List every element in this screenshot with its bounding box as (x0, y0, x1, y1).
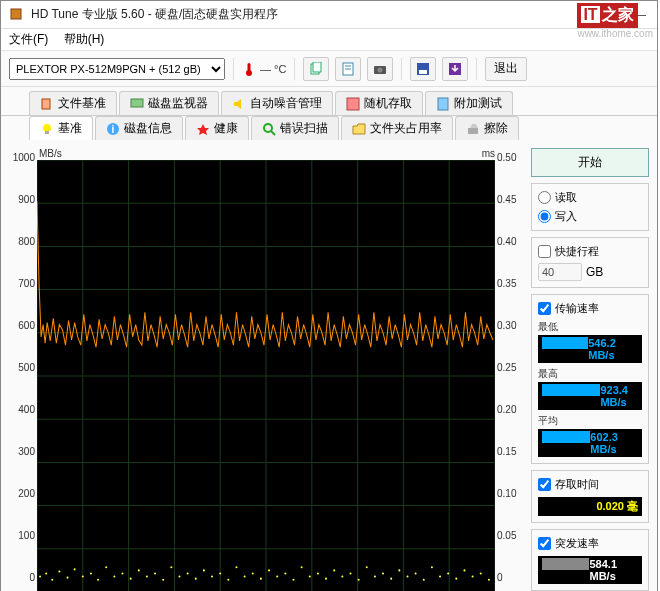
menu-help[interactable]: 帮助(H) (64, 32, 105, 46)
save-button[interactable] (410, 57, 436, 81)
svg-point-91 (398, 569, 400, 571)
transfer-group: 传输速率 最低546.2 MB/s 最高923.4 MB/s 平均602.3 M… (531, 294, 649, 464)
read-radio[interactable]: 读取 (538, 190, 642, 205)
access-check[interactable]: 存取时间 (538, 477, 642, 492)
svg-point-90 (390, 578, 392, 580)
burst-check[interactable]: 突发速率 (538, 536, 642, 551)
svg-point-83 (333, 569, 335, 571)
exit-button[interactable]: 退出 (485, 57, 527, 81)
tab-aam[interactable]: 自动噪音管理 (221, 91, 333, 115)
svg-point-84 (341, 576, 343, 578)
toolbar: PLEXTOR PX-512M9PGN + (512 gB) — °C 退出 (1, 51, 657, 87)
svg-point-88 (374, 576, 376, 578)
svg-point-17 (43, 124, 51, 132)
menu-file[interactable]: 文件(F) (9, 32, 48, 46)
shortstroke-input[interactable] (538, 263, 582, 281)
svg-point-55 (105, 566, 107, 568)
stat-max: 最高923.4 MB/s (538, 367, 642, 410)
watermark: IT之家 www.ithome.com (577, 3, 653, 39)
svg-point-79 (301, 566, 303, 568)
svg-point-89 (382, 572, 384, 574)
svg-point-102 (488, 579, 490, 581)
content-area: MB/s ms 1000 900 800 700 600 500 400 300… (1, 140, 657, 591)
svg-point-66 (195, 578, 197, 580)
svg-point-9 (378, 67, 383, 72)
svg-point-97 (447, 572, 449, 574)
access-time-dots (39, 566, 490, 580)
svg-point-73 (252, 572, 254, 574)
app-window: HD Tune 专业版 5.60 - 硬盘/固态硬盘实用程序 — IT之家 ww… (0, 0, 658, 591)
svg-point-62 (162, 579, 164, 581)
svg-point-58 (130, 578, 132, 580)
tab-erase[interactable]: 擦除 (455, 116, 519, 140)
svg-point-95 (431, 566, 433, 568)
access-group: 存取时间 0.020 毫 (531, 470, 649, 523)
svg-point-70 (227, 579, 229, 581)
clipboard-icon (436, 97, 450, 111)
svg-point-60 (146, 576, 148, 578)
svg-point-86 (358, 579, 360, 581)
svg-rect-15 (347, 98, 359, 110)
svg-rect-0 (11, 9, 21, 19)
transfer-check[interactable]: 传输速率 (538, 301, 642, 316)
svg-rect-16 (438, 98, 448, 110)
tab-extra-tests[interactable]: 附加测试 (425, 91, 513, 115)
svg-point-71 (235, 566, 237, 568)
svg-point-72 (244, 576, 246, 578)
titlebar: HD Tune 专业版 5.60 - 硬盘/固态硬盘实用程序 — IT之家 ww… (1, 1, 657, 29)
svg-point-61 (154, 572, 156, 574)
svg-point-81 (317, 572, 319, 574)
svg-point-47 (45, 572, 47, 574)
load-button[interactable] (442, 57, 468, 81)
separator (294, 58, 295, 80)
svg-point-67 (203, 569, 205, 571)
svg-point-80 (309, 576, 311, 578)
tab-folder-usage[interactable]: 文件夹占用率 (341, 116, 453, 140)
monitor-icon (130, 97, 144, 111)
thermometer-icon (242, 62, 256, 76)
page-icon (309, 62, 323, 76)
svg-point-69 (219, 572, 221, 574)
write-radio[interactable]: 写入 (538, 209, 642, 224)
tab-health[interactable]: 健康 (185, 116, 249, 140)
tab-disk-monitor[interactable]: 磁盘监视器 (119, 91, 219, 115)
svg-point-98 (455, 578, 457, 580)
speaker-icon (232, 97, 246, 111)
side-panel: 开始 读取 写入 快捷行程 GB 传输速率 最低546.2 MB/s 最高923… (531, 148, 649, 591)
separator (233, 58, 234, 80)
svg-point-54 (97, 579, 99, 581)
app-icon (9, 7, 25, 23)
svg-point-52 (82, 576, 84, 578)
svg-rect-2 (248, 63, 251, 72)
tab-error-scan[interactable]: 错误扫描 (251, 116, 339, 140)
copy-text-button[interactable] (335, 57, 361, 81)
svg-point-77 (284, 572, 286, 574)
tab-file-benchmark[interactable]: 文件基准 (29, 91, 117, 115)
shortstroke-spin: GB (538, 263, 642, 281)
svg-point-78 (292, 579, 294, 581)
svg-point-87 (366, 566, 368, 568)
start-button[interactable]: 开始 (531, 148, 649, 177)
tab-info[interactable]: i磁盘信息 (95, 116, 183, 140)
drive-select[interactable]: PLEXTOR PX-512M9PGN + (512 gB) (9, 58, 225, 80)
svg-point-53 (90, 572, 92, 574)
floppy-icon (416, 62, 430, 76)
screenshot-button[interactable] (367, 57, 393, 81)
download-icon (448, 62, 462, 76)
copy-info-button[interactable] (303, 57, 329, 81)
svg-point-82 (325, 578, 327, 580)
svg-rect-14 (131, 99, 143, 107)
camera-icon (373, 62, 387, 76)
magnifier-icon (262, 122, 276, 136)
shortstroke-check[interactable]: 快捷行程 (538, 244, 642, 259)
burst-group: 突发速率 584.1 MB/s (531, 529, 649, 591)
file-bench-icon (40, 97, 54, 111)
bulb-icon (40, 122, 54, 136)
svg-rect-11 (419, 70, 427, 74)
health-icon (196, 122, 210, 136)
svg-point-65 (187, 572, 189, 574)
tab-random-access[interactable]: 随机存取 (335, 91, 423, 115)
text-icon (341, 62, 355, 76)
tab-benchmark[interactable]: 基准 (29, 116, 93, 140)
svg-text:i: i (112, 124, 115, 135)
